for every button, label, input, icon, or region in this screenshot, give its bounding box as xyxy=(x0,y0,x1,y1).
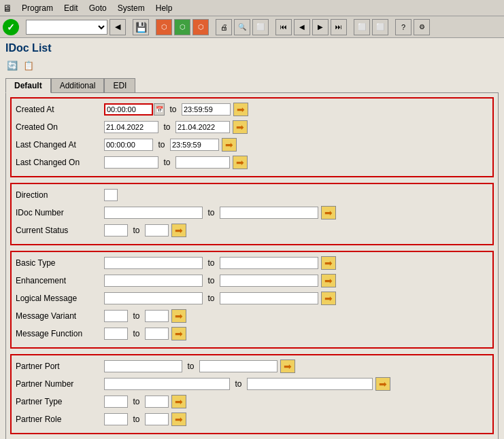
last-changed-at-from-input[interactable] xyxy=(104,139,153,151)
last-changed-on-to-label: to xyxy=(158,158,175,167)
basic-type-to-label: to xyxy=(203,258,220,268)
last-changed-on-to-input[interactable] xyxy=(175,156,230,169)
partner-number-select-button[interactable]: ➡ xyxy=(375,377,390,391)
logical-message-select-button[interactable]: ➡ xyxy=(321,292,336,305)
partner-number-to-input[interactable] xyxy=(247,378,373,390)
message-function-to-input[interactable] xyxy=(145,328,169,340)
partner-role-select-button[interactable]: ➡ xyxy=(171,412,186,426)
idoc-number-from-input[interactable] xyxy=(104,207,203,219)
last-changed-at-label: Last Changed At xyxy=(16,140,104,150)
tab-additional[interactable]: Additional xyxy=(51,78,105,93)
created-at-select-button[interactable]: ➡ xyxy=(233,103,248,116)
message-variant-from-input[interactable] xyxy=(104,310,128,322)
next-button[interactable]: ▶ xyxy=(312,19,329,35)
print-button[interactable]: 🖨 xyxy=(216,19,232,35)
menu-system[interactable]: System xyxy=(116,3,146,13)
enhancement-to-label: to xyxy=(203,276,220,285)
enhancement-label: Enhancement xyxy=(16,276,104,285)
page-title: IDoc List xyxy=(5,42,499,54)
partner-type-to-input[interactable] xyxy=(145,396,169,408)
partner-role-to-input[interactable] xyxy=(145,413,169,425)
basic-type-to-input[interactable] xyxy=(220,257,318,269)
logical-message-from-input[interactable] xyxy=(104,292,203,304)
created-on-label: Created On xyxy=(16,122,104,132)
created-at-to-input[interactable] xyxy=(182,103,231,116)
direction-row: Direction xyxy=(16,188,488,203)
prev-button[interactable]: ◀ xyxy=(294,19,310,35)
partner-role-from-input[interactable] xyxy=(104,413,128,425)
partner-type-row: Partner Type to ➡ xyxy=(16,394,488,409)
enhancement-from-input[interactable] xyxy=(104,275,203,287)
window1-button[interactable]: ⬜ xyxy=(354,19,370,35)
created-at-row: Created At 📅 to ➡ xyxy=(16,102,488,117)
tab-edi[interactable]: EDI xyxy=(104,78,135,93)
first-button[interactable]: ⏮ xyxy=(275,19,292,35)
created-on-from-input[interactable] xyxy=(104,121,158,133)
partner-type-from-input[interactable] xyxy=(104,396,128,408)
created-on-to-input[interactable] xyxy=(175,121,230,133)
command-dropdown[interactable] xyxy=(26,20,107,35)
back-button[interactable]: ◀ xyxy=(110,19,126,35)
shortcut3-button[interactable]: ⬡ xyxy=(192,19,209,35)
partner-number-from-input[interactable] xyxy=(104,378,230,390)
settings-button[interactable]: ⚙ xyxy=(414,19,430,35)
confirm-button[interactable]: ✓ xyxy=(3,19,19,35)
enhancement-to-input[interactable] xyxy=(220,275,318,287)
program-icon: 🖥 xyxy=(3,3,12,14)
shortcut1-button[interactable]: ⬡ xyxy=(156,19,172,35)
created-on-select-button[interactable]: ➡ xyxy=(233,120,248,134)
menu-help[interactable]: Help xyxy=(154,3,174,13)
logical-message-to-label: to xyxy=(203,294,220,303)
tab-default[interactable]: Default xyxy=(5,78,51,93)
created-at-calendar-button[interactable]: 📅 xyxy=(154,103,165,116)
message-function-from-input[interactable] xyxy=(104,328,128,340)
partner-section: Partner Port to ➡ Partner Number to ➡ Pa… xyxy=(10,354,494,434)
partner-port-from-input[interactable] xyxy=(104,360,182,372)
created-at-from-input[interactable] xyxy=(104,103,153,116)
basic-type-label: Basic Type xyxy=(16,258,104,268)
current-status-to-input[interactable] xyxy=(145,224,169,236)
message-variant-to-input[interactable] xyxy=(145,310,169,322)
partner-type-label: Partner Type xyxy=(16,397,104,406)
find-next-button[interactable]: ⬜ xyxy=(252,19,269,35)
shortcut2-button[interactable]: ⬡ xyxy=(174,19,190,35)
partner-role-row: Partner Role to ➡ xyxy=(16,412,488,427)
idoc-number-select-button[interactable]: ➡ xyxy=(321,206,336,220)
tab-bar: Default Additional EDI xyxy=(5,77,499,92)
message-variant-select-button[interactable]: ➡ xyxy=(171,309,186,323)
datetime-section: Created At 📅 to ➡ Created On to ➡ Last C… xyxy=(10,97,494,177)
current-status-row: Current Status to ➡ xyxy=(16,223,488,238)
menu-goto[interactable]: Goto xyxy=(88,3,108,13)
last-changed-at-to-input[interactable] xyxy=(170,139,219,151)
menu-program[interactable]: Program xyxy=(20,3,54,13)
current-status-from-input[interactable] xyxy=(104,224,128,236)
direction-input[interactable] xyxy=(104,189,118,201)
partner-port-select-button[interactable]: ➡ xyxy=(280,359,295,373)
window2-button[interactable]: ⬜ xyxy=(372,19,388,35)
last-button[interactable]: ⏭ xyxy=(331,19,347,35)
info-icon[interactable]: 📋 xyxy=(22,58,35,72)
message-function-select-button[interactable]: ➡ xyxy=(171,327,186,340)
form-content: Created At 📅 to ➡ Created On to ➡ Last C… xyxy=(5,92,499,439)
message-function-label: Message Function xyxy=(16,329,104,338)
partner-port-to-input[interactable] xyxy=(199,360,278,372)
partner-number-row: Partner Number to ➡ xyxy=(16,376,488,391)
basic-type-select-button[interactable]: ➡ xyxy=(321,256,336,270)
partner-type-select-button[interactable]: ➡ xyxy=(171,395,186,408)
menu-edit[interactable]: Edit xyxy=(63,3,80,13)
save-button[interactable]: 💾 xyxy=(133,19,149,35)
help-button[interactable]: ? xyxy=(395,19,411,35)
last-changed-on-from-input[interactable] xyxy=(104,156,158,169)
last-changed-at-to-label: to xyxy=(153,140,170,150)
enhancement-select-button[interactable]: ➡ xyxy=(321,274,336,287)
idoc-number-to-label: to xyxy=(203,208,220,217)
current-status-select-button[interactable]: ➡ xyxy=(171,224,186,237)
refresh-icon[interactable]: 🔄 xyxy=(5,58,19,72)
basic-type-row: Basic Type to ➡ xyxy=(16,256,488,270)
last-changed-at-select-button[interactable]: ➡ xyxy=(222,138,237,152)
find-button[interactable]: 🔍 xyxy=(234,19,250,35)
basic-type-from-input[interactable] xyxy=(104,257,203,269)
idoc-number-to-input[interactable] xyxy=(220,207,318,219)
logical-message-to-input[interactable] xyxy=(220,292,318,304)
last-changed-on-select-button[interactable]: ➡ xyxy=(233,156,248,169)
